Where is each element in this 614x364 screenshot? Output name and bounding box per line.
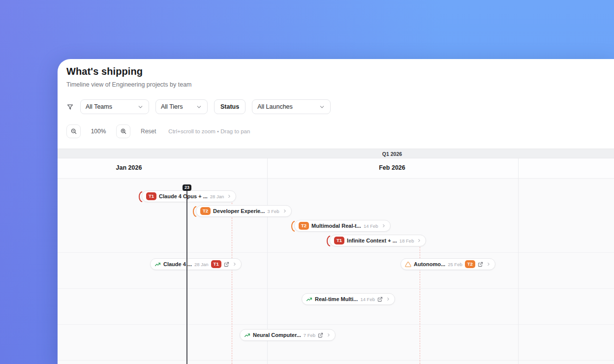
launch-title: Autonomo... [414,261,445,267]
quarter-header-bar: Q1 2026 [58,149,614,158]
launch-date: 28 Jan [194,262,209,267]
project-title: Infinite Context + ... [347,238,397,243]
zoom-out-icon [70,128,77,135]
project-pill-claude-4-opus[interactable]: T1 Claude 4 Opus + ... 28 Jan [142,190,236,202]
external-link-icon[interactable] [377,297,383,302]
filter-icon [66,103,74,111]
chevron-right-icon[interactable] [486,262,491,267]
start-bracket-icon [139,191,142,203]
launch-date: 7 Feb [304,333,315,338]
launch-date: 25 Feb [448,262,462,267]
whats-shipping-panel: What's shipping Timeline view of Enginee… [58,59,614,364]
timeline-grid [58,179,614,364]
trending-up-icon [244,332,250,338]
row-divider [58,288,614,289]
chevron-down-icon [319,104,325,110]
reset-zoom-button[interactable]: Reset [141,128,156,135]
launch-date: 14 Feb [360,297,375,302]
filter-bar: All Teams All Tiers Status All Launches [66,99,331,114]
project-title: Claude 4 Opus + ... [159,193,208,199]
today-marker-line [186,191,187,364]
trending-up-icon [154,261,161,268]
row-divider [58,360,614,361]
today-marker-badge: 23 [183,184,191,191]
month-header-row: Jan 2026 Feb 2026 [58,158,614,179]
project-pill-developer-experience[interactable]: T2 Developer Experie... 3 Feb [196,205,292,217]
chevron-right-icon[interactable] [282,209,287,213]
row-divider [58,252,614,253]
project-title: Developer Experie... [213,208,265,214]
zoom-in-button[interactable] [116,124,130,138]
chevron-right-icon[interactable] [417,238,422,243]
launches-filter-value: All Launches [257,103,293,110]
project-title: Multimodal Real-t... [311,223,361,229]
page-title: What's shipping [66,66,143,77]
tiers-filter-select[interactable]: All Tiers [155,99,208,114]
launch-pill-neural-computer[interactable]: Neural Computer... 7 Feb [240,329,336,341]
project-date: 28 Jan [210,194,224,199]
launch-pill-autonomous[interactable]: Autonomo... 25 Feb T2 [400,258,495,270]
chevron-right-icon[interactable] [326,333,331,337]
team-badge: T2 [200,207,211,215]
chevron-right-icon[interactable] [227,194,232,199]
launch-title: Neural Computer... [253,332,301,338]
page-subtitle: Timeline view of Engineering projects by… [66,81,192,88]
launch-pill-claude-4[interactable]: Claude 4 ... 28 Jan T1 [150,258,242,270]
team-badge: T1 [334,237,344,244]
project-pill-multimodal-realtime[interactable]: T2 Multimodal Real-t... 14 Feb [294,220,391,232]
external-link-icon[interactable] [224,262,229,267]
chevron-right-icon[interactable] [386,297,391,302]
project-date: 18 Feb [399,238,414,243]
row-divider [58,324,614,325]
teams-filter-value: All Teams [86,103,112,110]
start-bracket-icon [193,206,196,217]
trending-up-icon [306,296,312,303]
launch-title: Claude 4 ... [163,261,192,267]
tiers-filter-value: All Tiers [161,103,183,110]
month-label-jan: Jan 2026 [94,164,163,171]
desktop-background: { "header": { "title": "What's shipping"… [0,0,614,364]
project-date: 14 Feb [364,223,378,229]
launch-title: Real-time Multi... [315,296,358,302]
pan-zoom-hint: Ctrl+scroll to zoom • Drag to pan [168,128,250,134]
month-label-feb: Feb 2026 [358,164,427,171]
zoom-in-icon [120,128,127,135]
status-filter-label: Status [220,103,239,110]
launches-filter-select[interactable]: All Launches [252,99,331,114]
external-link-icon[interactable] [478,262,483,267]
chevron-down-icon [196,104,202,110]
zoom-out-button[interactable] [66,124,81,138]
start-bracket-icon [327,235,330,247]
start-bracket-icon [291,220,295,232]
project-date: 3 Feb [267,209,279,214]
zoom-level: 100% [81,128,116,135]
project-pill-infinite-context[interactable]: T1 Infinite Context + ... 18 Feb [330,235,426,246]
warning-icon [405,261,411,268]
team-badge: T2 [465,260,475,268]
external-link-icon[interactable] [318,333,323,338]
month-gridline-mar [518,158,519,364]
chevron-down-icon [137,104,144,110]
team-badge: T1 [211,260,221,268]
status-filter-button[interactable]: Status [214,99,246,114]
teams-filter-select[interactable]: All Teams [80,99,149,114]
chevron-right-icon[interactable] [381,223,386,228]
chevron-right-icon[interactable] [232,262,237,267]
timeline-canvas[interactable]: Q1 2026 Jan 2026 Feb 2026 23 T1 Claude 4… [58,149,614,364]
quarter-label: Q1 2026 [372,151,412,157]
team-badge: T2 [299,222,309,230]
launch-pill-realtime-multi[interactable]: Real-time Multi... 14 Feb [302,293,395,305]
zoom-toolbar: 100% Reset Ctrl+scroll to zoom • Drag to… [66,124,250,138]
team-badge: T1 [146,192,156,200]
deadline-line [232,203,232,364]
